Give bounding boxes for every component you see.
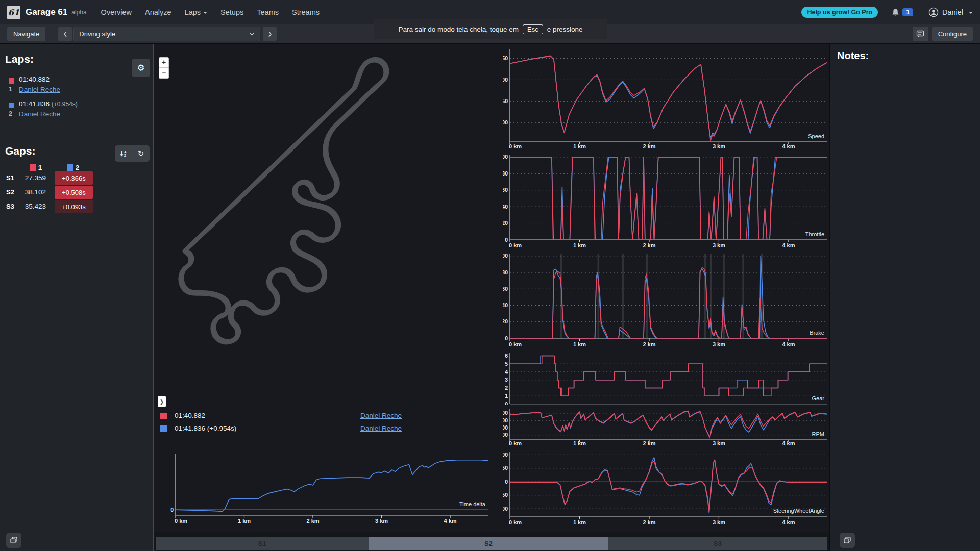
gap-cell: +0.508s bbox=[55, 186, 93, 199]
throttle-chart: 0204060801000 km1 km2 km3 km4 kmThrottle bbox=[503, 152, 829, 253]
app-logo[interactable]: 61 bbox=[7, 6, 20, 19]
view-selector[interactable]: Driving style bbox=[74, 27, 260, 41]
gaps-toolbar: A Z ↻ bbox=[115, 145, 150, 162]
toast-text: Para sair do modo tela cheia, toque em bbox=[398, 26, 519, 33]
driver-link[interactable]: Daniel Reche bbox=[19, 110, 60, 118]
avatar-icon bbox=[928, 7, 939, 17]
svg-text:2: 2 bbox=[505, 385, 508, 391]
nav-item-setups[interactable]: Setups bbox=[220, 8, 243, 16]
alpha-badge: alpha bbox=[71, 9, 86, 16]
nav-item-streams[interactable]: Streams bbox=[292, 8, 320, 16]
svg-text:2 km: 2 km bbox=[643, 143, 655, 149]
comments-button[interactable] bbox=[913, 27, 928, 41]
nav-item-laps[interactable]: Laps bbox=[185, 8, 207, 16]
svg-text:-50: -50 bbox=[503, 492, 508, 498]
svg-text:80: 80 bbox=[503, 170, 508, 177]
panel-toggle-right-button[interactable] bbox=[840, 533, 855, 548]
svg-text:250: 250 bbox=[503, 55, 508, 61]
svg-text:Z: Z bbox=[124, 154, 126, 157]
svg-text:4 km: 4 km bbox=[782, 242, 795, 248]
svg-text:1 km: 1 km bbox=[238, 518, 251, 524]
windows-icon bbox=[10, 536, 18, 544]
sector-bar: S1 S2 S3 bbox=[156, 537, 827, 550]
notifications-button[interactable]: 1 bbox=[891, 8, 913, 17]
sort-az-icon: A Z bbox=[119, 149, 128, 158]
nav-label: Teams bbox=[257, 8, 279, 16]
svg-text:0 km: 0 km bbox=[509, 242, 522, 248]
svg-text:6: 6 bbox=[505, 353, 508, 359]
svg-text:3 km: 3 km bbox=[713, 341, 725, 347]
zoom-in-button[interactable]: + bbox=[159, 57, 169, 68]
sector-segment-s1[interactable]: S1 bbox=[156, 537, 369, 550]
refresh-icon: ↻ bbox=[138, 149, 144, 158]
svg-text:1: 1 bbox=[505, 393, 508, 399]
driver-link[interactable]: Daniel Reche bbox=[360, 412, 402, 419]
panel-toggle-left-button[interactable] bbox=[6, 533, 21, 548]
laps-panel-title: Laps: bbox=[5, 53, 34, 65]
user-menu[interactable]: Daniel bbox=[928, 7, 973, 17]
lap2-color-swatch bbox=[9, 103, 14, 108]
svg-text:1 km: 1 km bbox=[573, 341, 586, 347]
sort-button[interactable]: A Z bbox=[115, 145, 132, 162]
lap-index: 2 bbox=[9, 110, 12, 117]
map-expand-button[interactable]: ❯ bbox=[158, 396, 166, 407]
navigate-button[interactable]: Navigate bbox=[7, 27, 45, 41]
sector-time: 38.102 bbox=[21, 188, 46, 196]
fullscreen-toast: Para sair do modo tela cheia, toque em E… bbox=[374, 19, 607, 39]
time-delta-chart: 00 km1 km2 km3 km4 kmTime delta bbox=[154, 449, 503, 531]
telemetry-charts-panel: 1001502002500 km1 km2 km3 km4 kmSpeed 02… bbox=[503, 44, 829, 551]
gaps-panel-title: Gaps: bbox=[5, 145, 36, 157]
speed-chart: 1001502002500 km1 km2 km3 km4 kmSpeed bbox=[503, 44, 829, 152]
svg-text:0 km: 0 km bbox=[509, 143, 522, 149]
nav-item-teams[interactable]: Teams bbox=[257, 8, 279, 16]
refresh-button[interactable]: ↻ bbox=[132, 145, 150, 162]
svg-text:Speed: Speed bbox=[808, 133, 824, 139]
svg-text:3 km: 3 km bbox=[713, 143, 725, 149]
comment-icon bbox=[916, 30, 924, 38]
next-view-button[interactable] bbox=[263, 27, 277, 41]
rpm-chart: 40005000600070000 km1 km2 km3 km4 kmRPM bbox=[503, 408, 829, 450]
prev-view-button[interactable] bbox=[58, 27, 72, 41]
nav-label: Setups bbox=[220, 8, 243, 16]
svg-text:0 km: 0 km bbox=[175, 518, 187, 524]
chevron-left-icon bbox=[63, 31, 67, 37]
svg-text:3: 3 bbox=[505, 377, 508, 383]
laps-settings-button[interactable]: ⚙ bbox=[132, 59, 150, 77]
lap2-color-swatch bbox=[160, 425, 167, 432]
toast-text: e pressione bbox=[547, 26, 583, 33]
svg-text:RPM: RPM bbox=[812, 431, 824, 437]
track-inner bbox=[181, 60, 386, 342]
svg-text:4 km: 4 km bbox=[782, 440, 795, 446]
driver-link[interactable]: Daniel Reche bbox=[360, 424, 402, 432]
track-map-panel: + − ❯ 01:40.882 Daniel Reche 01:41.836 (… bbox=[154, 44, 503, 551]
driver-link[interactable]: Daniel Reche bbox=[19, 86, 60, 93]
lap-time-value: 01:41.836 bbox=[19, 100, 50, 108]
svg-text:-100: -100 bbox=[503, 506, 508, 512]
legend-lap-time: 01:41.836 (+0.954s) bbox=[175, 424, 236, 432]
brand-title: Garage 61 bbox=[26, 7, 67, 17]
chevron-down-icon bbox=[203, 12, 207, 14]
sector-segment-s2[interactable]: S2 bbox=[369, 537, 608, 550]
svg-text:20: 20 bbox=[503, 220, 508, 226]
configure-button[interactable]: Configure bbox=[932, 27, 973, 41]
svg-text:6000: 6000 bbox=[503, 417, 508, 423]
svg-text:100: 100 bbox=[503, 452, 508, 458]
zoom-out-button[interactable]: − bbox=[159, 68, 169, 79]
svg-text:Throttle: Throttle bbox=[805, 231, 824, 237]
view-selector-value: Driving style bbox=[79, 30, 115, 38]
map-lap1-line bbox=[182, 59, 387, 341]
notes-panel: Notes: bbox=[829, 44, 980, 551]
lap-time: 01:41.836 (+0.954s) bbox=[19, 100, 78, 108]
sector-segment-s3[interactable]: S3 bbox=[608, 537, 827, 550]
brake-chart: 0204060801000 km1 km2 km3 km4 kmBrake bbox=[503, 253, 829, 354]
nav-item-overview[interactable]: Overview bbox=[101, 8, 132, 16]
gear-chart: 0123456Gear bbox=[503, 352, 829, 405]
sector-label: S2 bbox=[6, 188, 14, 196]
nav-item-analyze[interactable]: Analyze bbox=[145, 8, 172, 16]
go-pro-button[interactable]: Help us grow! Go Pro bbox=[801, 7, 878, 18]
chevron-right-icon bbox=[268, 31, 272, 37]
svg-text:40: 40 bbox=[503, 204, 508, 210]
svg-text:4 km: 4 km bbox=[782, 143, 795, 149]
svg-text:20: 20 bbox=[503, 318, 508, 324]
svg-text:100: 100 bbox=[503, 154, 508, 160]
